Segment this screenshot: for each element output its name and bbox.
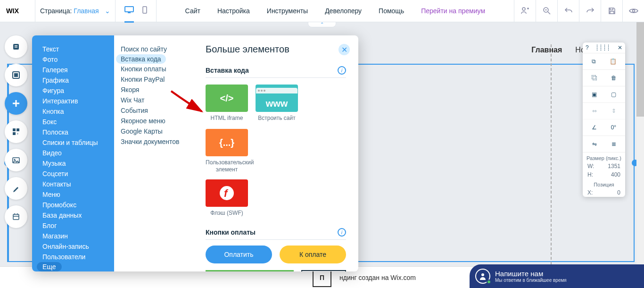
subcategory-google-карты[interactable]: Google Карты [114,126,193,136]
angle-icon[interactable]: ∠ [592,124,597,131]
category-галерея[interactable]: Галерея [32,65,114,75]
info-icon[interactable]: i [338,66,346,75]
page-selector[interactable]: Страница: Главная ⌄ [35,7,115,15]
category-меню[interactable]: Меню [32,189,114,200]
category-текст[interactable]: Текст [32,44,114,54]
svg-rect-15 [14,73,18,77]
category-кнопка[interactable]: Кнопка [32,106,114,117]
braces-icon: {...} [206,129,248,156]
rail-blog-icon[interactable] [5,177,27,200]
svg-point-10 [632,10,635,12]
category-видео[interactable]: Видео [32,148,114,158]
category-блог[interactable]: Блог [32,220,114,231]
subcategory-якорное-меню[interactable]: Якорное меню [114,116,193,126]
expand-caret[interactable]: ⌃ [308,22,336,27]
rail-pages-icon[interactable] [5,35,27,58]
menu-site[interactable]: Сайт [185,7,200,15]
category-бокс[interactable]: Бокс [32,117,114,127]
subcategory-кнопки-paypal[interactable]: Кнопки PayPal [114,74,193,85]
subcategory-кнопки-оплаты[interactable]: Кнопки оплаты [114,64,193,74]
zoom-icon[interactable] [536,0,557,22]
category-онлайн-запись[interactable]: Онлайн-запись [32,241,114,252]
wix-logo[interactable]: WIX [0,5,35,17]
scrollbar-vertical[interactable] [636,22,644,288]
subcategory-wix-чат[interactable]: Wix Чат [114,95,193,105]
save-icon[interactable] [601,0,622,22]
pay-button-yellow[interactable]: К оплате [280,246,346,263]
preview-icon[interactable] [622,0,644,22]
nav-home[interactable]: Главная [531,46,562,54]
chat-widget[interactable]: Напишите нам Мы ответим в ближайшее врем… [470,264,644,288]
category-база-данных[interactable]: База данных [32,210,114,220]
category-контакты[interactable]: Контакты [32,179,114,189]
subcategory-якоря[interactable]: Якоря [114,85,193,95]
category-пользователи[interactable]: Пользователи [32,252,114,262]
ruler-guide[interactable] [551,44,552,274]
category-полоска[interactable]: Полоска [32,127,114,137]
flip-h-icon[interactable]: ⇋ [592,141,597,147]
menu-settings[interactable]: Настройка [217,7,250,15]
height-value[interactable]: 400 [611,171,620,178]
user-icon[interactable] [514,0,536,22]
rail-apps-icon[interactable]: + [5,120,27,143]
category-магазин[interactable]: Магазин [32,231,114,241]
undo-icon[interactable] [557,0,579,22]
pay-button-blue[interactable]: Оплатить [206,246,272,263]
close-icon[interactable]: ✕ [618,44,622,51]
delete-icon[interactable]: 🗑 [611,75,617,81]
category-еще[interactable]: Еще [37,262,62,271]
menu-dev[interactable]: Девелоперу [325,7,362,15]
tile-embed-site[interactable]: www Встроить сайт [256,85,298,121]
drag-handle-icon[interactable]: ┊┊┊┊ [595,44,611,51]
rail-add-icon[interactable] [5,92,27,115]
tile-html-iframe[interactable]: </> HTML iframe [206,85,248,121]
left-rail: + [5,35,27,228]
chevron-down-icon: ⌄ [105,7,110,15]
width-value[interactable]: 1351 [608,163,620,169]
svg-rect-3 [143,7,147,13]
top-icon-bar [514,0,644,22]
send-back-icon[interactable]: ▢ [611,91,616,98]
category-соцсети[interactable]: Соцсети [32,169,114,179]
paste-icon[interactable]: 📋 [610,58,617,65]
subcategory-поиск-по-сайту[interactable]: Поиск по сайту [114,44,193,54]
distribute-icon[interactable]: ≣ [611,141,616,147]
copy-icon[interactable]: ⧉ [592,58,596,65]
pay-button-outline[interactable]: Купить [301,270,346,271]
info-icon[interactable]: i [338,228,346,237]
duplicate-icon[interactable]: ⿻ [592,75,597,81]
subcategory-вставка-кода[interactable]: Вставка кода [116,54,166,64]
tile-custom-element[interactable]: {...} Пользовательский элемент [206,129,248,173]
x-value[interactable]: 0 [617,189,620,196]
topbar: WIX Страница: Главная ⌄ Сайт Настройка И… [0,0,644,22]
rail-media-icon[interactable] [5,149,27,171]
category-графика[interactable]: Графика [32,75,114,85]
svg-line-8 [548,12,550,14]
chat-title: Напишите нам [495,270,567,278]
subcategory-значки-документов[interactable]: Значки документов [114,136,193,147]
category-фото[interactable]: Фото [32,54,114,65]
subcategory-события[interactable]: События [114,105,193,116]
category-промобокс[interactable]: Промобокс [32,200,114,210]
menu-tools[interactable]: Инструменты [267,7,308,15]
panel-title: Больше элементов [206,44,346,55]
properties-panel[interactable]: ? ┊┊┊┊ ✕ ⧉ 📋 ⿻ 🗑 ▣ ▢ ⇔ ⇕ ∠ 0° ⇋ ≣ Размер… [583,42,625,197]
tile-flash[interactable]: f Флэш (SWF) [206,179,248,216]
svg-point-4 [522,8,525,10]
bring-front-icon[interactable]: ▣ [592,91,597,98]
svg-text:+: + [17,132,19,136]
category-списки-и-таблицы[interactable]: Списки и таблицы [32,137,114,148]
rail-bookings-icon[interactable] [5,205,27,228]
rail-background-icon[interactable] [5,64,27,86]
menu-premium[interactable]: Перейти на премиум [421,7,485,15]
category-интерактив[interactable]: Интерактив [32,96,114,106]
help-icon[interactable]: ? [586,44,589,51]
desktop-icon[interactable] [124,0,134,23]
close-icon[interactable]: ✕ [339,44,350,55]
pay-button-green[interactable]: ПОЛУЧИТЬ [206,270,294,271]
redo-icon[interactable] [579,0,601,22]
menu-help[interactable]: Помощь [379,7,404,15]
category-музыка[interactable]: Музыка [32,158,114,169]
category-фигура[interactable]: Фигура [32,85,114,96]
mobile-icon[interactable] [142,6,147,16]
